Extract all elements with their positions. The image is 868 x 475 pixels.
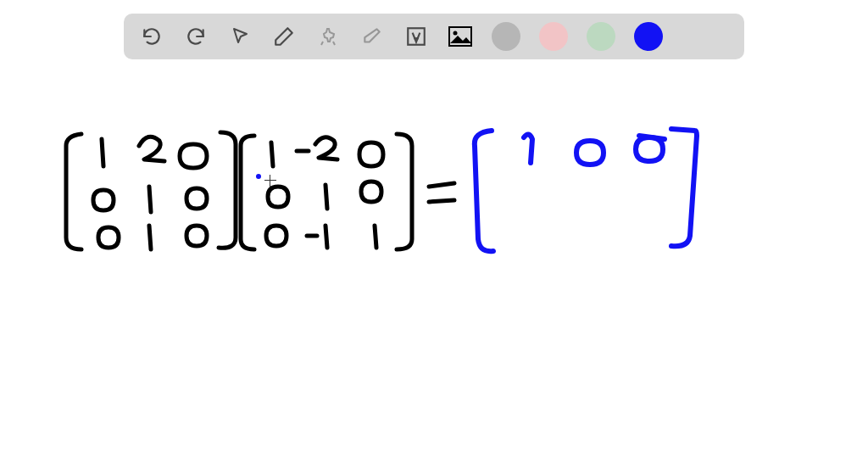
image-tool-button[interactable] [448, 24, 473, 49]
redo-button[interactable] [183, 24, 209, 49]
color-green[interactable] [587, 22, 615, 51]
color-blue[interactable] [634, 22, 663, 51]
handwritten-equation [0, 68, 868, 475]
select-tool-button[interactable] [227, 24, 253, 49]
tools-button[interactable] [315, 24, 341, 49]
drawing-toolbar [124, 14, 744, 59]
color-pink[interactable] [539, 22, 568, 51]
text-tool-button[interactable] [403, 24, 429, 49]
color-gray[interactable] [492, 22, 520, 51]
undo-button[interactable] [139, 24, 164, 49]
svg-point-2 [453, 31, 458, 36]
svg-point-3 [256, 174, 261, 179]
pen-tool-button[interactable] [271, 24, 297, 49]
whiteboard-canvas[interactable] [0, 68, 868, 475]
eraser-tool-button[interactable] [359, 24, 385, 49]
